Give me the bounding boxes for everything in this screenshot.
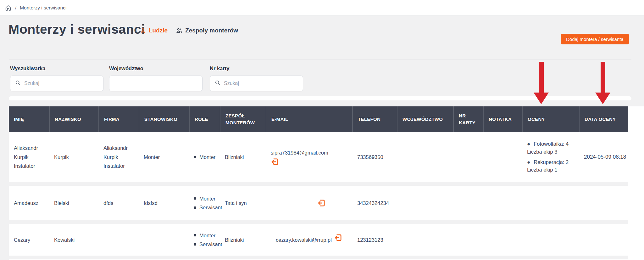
cell-zespol: Blizniaki [220,132,266,182]
breadcrumb: / Monterzy i serwisanci [0,0,644,16]
cell-stanowisko: Monter [139,132,189,182]
cell-oceny [522,186,579,220]
cell-imie: Cezary [9,224,49,256]
cell-zespol: Tata i syn [220,186,266,220]
cell-nazwisko: Kurpik [49,132,98,182]
col-header-oceny: OCENY [522,106,579,132]
round-bullet-icon: ● [527,159,530,167]
annotation-arrow-oceny-icon [534,62,549,104]
cell-wojewodztwo [397,224,453,256]
row-separator [9,182,628,186]
square-bullet-icon [194,206,196,209]
filter-card-number-label: Nr karty [210,65,303,71]
filter-voivodeship: Województwo [109,65,203,91]
col-header-stanowisko: STANOWISKO [139,106,189,132]
cell-telefon: 733569350 [352,132,397,182]
cell-email: cezary.kowalski@rrup.pl [266,224,352,256]
voivodeship-input[interactable] [114,81,198,86]
col-header-email: E-MAIL [266,106,352,132]
search-input[interactable] [24,81,99,86]
search-icon [15,80,21,87]
square-bullet-icon [194,156,196,158]
email-text: cezary.kowalski@rrup.pl [276,235,332,244]
cell-role: Monter Serwisant [189,186,220,220]
col-header-nr-karty: NR KARTY [453,106,483,132]
cell-notatka [483,132,522,182]
cell-data-oceny [579,224,628,256]
people-icon [176,27,183,34]
round-bullet-icon: ● [527,140,530,148]
cell-nr-karty [453,224,483,256]
table-row: Amadeusz Bielski dfds fdsfsd Monter Serw… [9,186,628,220]
tab-ludzie[interactable]: Ludzie [140,27,168,34]
cell-firma [98,224,139,256]
breadcrumb-separator: / [15,5,16,10]
page: / Monterzy i serwisanci Monterzy i serwi… [0,0,644,260]
cell-notatka [483,186,522,220]
email-text: sipra731984@gmail.com [271,148,347,157]
col-header-wojewodztwo: WOJEWÓDZTWO [397,106,453,132]
annotation-arrow-data-oceny-icon [595,62,610,104]
tab-ludzie-label: Ludzie [149,27,168,34]
cell-telefon: 123123123 [352,224,397,256]
square-bullet-icon [194,197,196,200]
row-separator [9,256,628,259]
col-header-nazwisko: NAZWISKO [49,106,98,132]
cell-nr-karty [453,132,483,182]
cell-email: sipra731984@gmail.com [266,132,352,182]
search-icon [214,80,221,87]
add-monter-button[interactable]: Dodaj montera / serwisanta [561,34,629,44]
cell-stanowisko [139,224,189,256]
card-number-input[interactable] [224,81,298,86]
cell-wojewodztwo [397,186,453,220]
cell-role: Monter [189,132,220,182]
filter-search-label: Wyszukiwarka [10,65,103,71]
cell-zespol: Blizniaki [220,224,266,256]
tab-zespoly-monterow[interactable]: Zespoły monterów [176,27,238,34]
table-row: Aliaksandr Kurpik Instalator Kurpik Alia… [9,132,628,182]
view-tabs: Ludzie Zespoły monterów [140,26,238,35]
col-header-data-oceny: DATA OCENY [579,106,628,132]
page-title: Monterzy i serwisanci [8,22,145,37]
cell-nr-karty [453,186,483,220]
monters-table: IMIĘ NAZWISKO FIRMA STANOWISKO ROLE ZESP… [9,106,628,259]
table-container: IMIĘ NAZWISKO FIRMA STANOWISKO ROLE ZESP… [9,106,644,260]
row-separator [9,220,628,224]
cell-firma: dfds [98,186,139,220]
filter-search: Wyszukiwarka [10,65,103,91]
col-header-notatka: NOTATKA [483,106,522,132]
home-icon[interactable] [5,4,12,11]
impersonate-login-icon[interactable] [271,158,279,166]
table-header-row: IMIĘ NAZWISKO FIRMA STANOWISKO ROLE ZESP… [9,106,628,132]
cell-email [266,186,352,220]
breadcrumb-current: Monterzy i serwisanci [20,5,66,11]
table-row: Cezary Kowalski Monter Serwisant Bliznia… [9,224,628,256]
cell-role: Monter Serwisant [189,224,220,256]
cell-stanowisko: fdsfsd [139,186,189,220]
col-header-firma: FIRMA [98,106,139,132]
cell-nazwisko: Kowalski [49,224,98,256]
cell-data-oceny: 2024-05-09 08:18 [579,132,628,182]
impersonate-login-icon[interactable] [334,234,342,242]
cell-oceny: ●Fotowoltaika: 4 Liczba ekip 3 ●Rekupera… [522,132,579,182]
col-header-telefon: TELEFON [352,106,397,132]
cell-telefon: 34324324234 [352,186,397,220]
cell-imie: Aliaksandr Kurpik Instalator [9,132,49,182]
cell-nazwisko: Bielski [49,186,98,220]
impersonate-login-icon[interactable] [317,199,325,207]
filter-card-number: Nr karty [210,65,303,91]
cell-data-oceny [579,186,628,220]
square-bullet-icon [194,243,196,246]
cell-oceny [522,224,579,256]
cell-wojewodztwo [397,132,453,182]
filter-voivodeship-label: Województwo [109,65,203,71]
cell-imie: Amadeusz [9,186,49,220]
tab-zespoly-label: Zespoły monterów [185,27,238,34]
cell-notatka [483,224,522,256]
person-icon [140,27,146,34]
col-header-role: ROLE [189,106,220,132]
col-header-zespol: ZESPÓŁ MONTERÓW [220,106,266,132]
square-bullet-icon [194,234,196,236]
header-divider [9,59,631,59]
col-header-imie: IMIĘ [9,106,49,132]
